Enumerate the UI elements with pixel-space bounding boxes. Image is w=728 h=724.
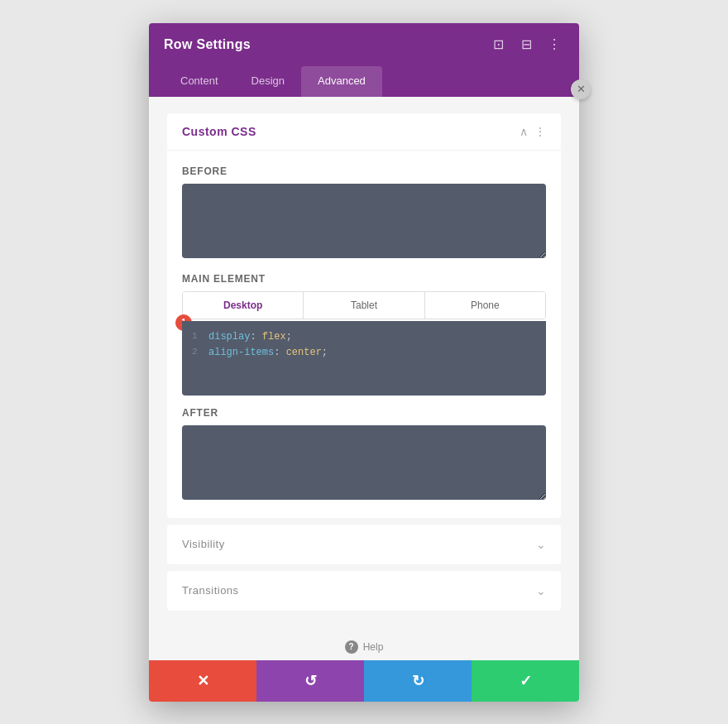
css-prop-2: align-items [208,347,274,358]
code-editor-wrap: 1 1 display: flex; 2 [182,321,546,396]
collapse-icon[interactable]: ∧ [520,125,528,138]
visibility-header[interactable]: Visibility ⌄ [167,525,561,564]
before-label: Before [182,165,546,177]
visibility-title: Visibility [182,538,225,550]
modal-footer: ✕ ↺ ↻ ✓ [149,660,579,702]
cancel-button[interactable]: ✕ [149,660,256,702]
transitions-title: Transitions [182,584,239,597]
phone-tab[interactable]: Phone [425,292,545,319]
desktop-tab[interactable]: Desktop [183,292,304,319]
tab-advanced[interactable]: Advanced [301,66,382,97]
custom-css-section: Custom CSS ∧ ⋮ Before Main Element [167,113,561,518]
modal-title: Row Settings [164,37,251,52]
visibility-chevron-icon: ⌄ [536,538,546,551]
line-content-1: display: flex; [208,329,292,345]
help-icon: ? [345,640,358,654]
main-element-field: Main Element Desktop Tablet Phone 1 [182,273,546,396]
main-element-label: Main Element [182,273,546,285]
focus-icon[interactable]: ⊡ [488,35,508,55]
custom-css-header[interactable]: Custom CSS ∧ ⋮ [167,113,561,151]
line-num-1: 1 [192,329,208,344]
code-line-2: 2 align-items: center; [192,345,536,361]
split-icon[interactable]: ⊟ [516,35,536,55]
help-text: Help [363,641,384,653]
after-label: After [182,407,546,419]
header-actions: ⊡ ⊟ ⋮ [488,35,564,55]
before-textarea[interactable] [182,184,546,258]
after-textarea[interactable] [182,425,546,500]
modal-header: Row Settings ⊡ ⊟ ⋮ [149,23,579,66]
line-num-2: 2 [192,345,208,360]
save-button[interactable]: ✓ [472,660,579,702]
after-field: After [182,407,546,503]
modal-body: Custom CSS ∧ ⋮ Before Main Element [149,97,579,634]
row-settings-modal: Row Settings ⊡ ⊟ ⋮ Content Design Advanc… [149,23,579,702]
section-controls: ∧ ⋮ [520,125,546,138]
modal-tabs: Content Design Advanced [149,66,579,97]
custom-css-body: Before Main Element Desktop Tablet Phone [167,151,561,518]
help-bar: ? Help [149,634,579,660]
transitions-header[interactable]: Transitions ⌄ [167,571,561,611]
section-more-icon[interactable]: ⋮ [534,125,546,138]
custom-css-title: Custom CSS [182,125,256,138]
visibility-section: Visibility ⌄ [167,525,561,564]
css-val-2: center [286,347,322,358]
close-button[interactable]: ✕ [571,79,591,99]
css-prop-1: display [208,331,250,343]
tablet-tab[interactable]: Tablet [304,292,424,319]
line-content-2: align-items: center; [208,345,328,361]
undo-button[interactable]: ↺ [256,660,364,702]
tab-design[interactable]: Design [235,66,301,97]
code-editor[interactable]: 1 display: flex; 2 align-items: center; [182,321,546,396]
before-field: Before [182,165,546,261]
modal-overlay: Row Settings ⊡ ⊟ ⋮ Content Design Advanc… [149,23,579,702]
transitions-section: Transitions ⌄ [167,571,561,611]
tab-content[interactable]: Content [164,66,235,97]
transitions-chevron-icon: ⌄ [536,584,546,597]
css-val-1: flex [262,331,286,343]
device-tabs: Desktop Tablet Phone [182,291,546,319]
redo-button[interactable]: ↻ [364,660,472,702]
code-line-1: 1 display: flex; [192,329,536,345]
more-icon[interactable]: ⋮ [544,35,564,55]
